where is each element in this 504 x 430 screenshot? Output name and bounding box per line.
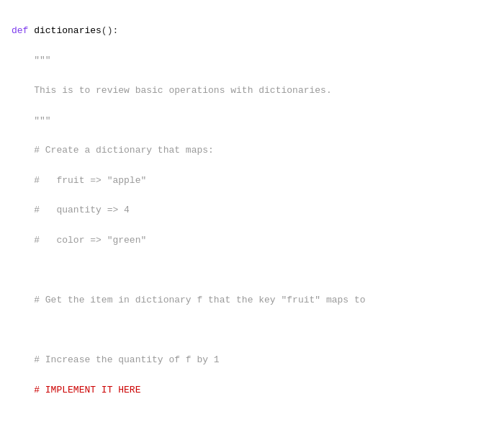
line-4: """ <box>12 114 492 129</box>
line-13: # IMPLEMENT IT HERE <box>12 383 492 398</box>
line-2: """ <box>12 53 492 68</box>
line-14 <box>12 413 492 429</box>
line-5: # Create a dictionary that maps: <box>12 143 492 158</box>
code-editor: def dictionaries(): """ This is to revie… <box>0 0 504 430</box>
line-3: This is to review basic operations with … <box>12 84 492 99</box>
line-10: # Get the item in dictionary f that the … <box>12 293 492 308</box>
line-12: # Increase the quantity of f by 1 <box>12 353 492 368</box>
line-1: def dictionaries(): <box>12 24 492 39</box>
line-9 <box>12 264 492 279</box>
line-11 <box>12 323 492 339</box>
line-7: # quantity => 4 <box>12 203 492 218</box>
line-6: # fruit => "apple" <box>12 174 492 189</box>
line-8: # color => "green" <box>12 233 492 248</box>
